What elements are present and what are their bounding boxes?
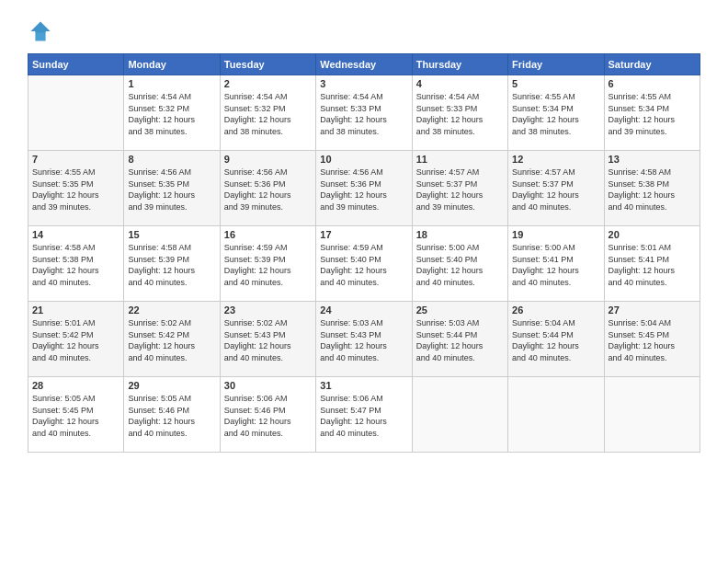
calendar-cell: 12Sunrise: 4:57 AM Sunset: 5:37 PM Dayli… [508, 151, 604, 226]
day-info: Sunrise: 4:58 AM Sunset: 5:39 PM Dayligh… [128, 242, 215, 288]
calendar-cell: 27Sunrise: 5:04 AM Sunset: 5:45 PM Dayli… [604, 302, 700, 377]
day-info: Sunrise: 4:59 AM Sunset: 5:40 PM Dayligh… [320, 242, 407, 288]
calendar-cell: 11Sunrise: 4:57 AM Sunset: 5:37 PM Dayli… [412, 151, 507, 226]
day-number: 10 [320, 154, 407, 165]
day-info: Sunrise: 4:54 AM Sunset: 5:32 PM Dayligh… [128, 91, 215, 137]
calendar-cell: 25Sunrise: 5:03 AM Sunset: 5:44 PM Dayli… [412, 302, 507, 377]
day-info: Sunrise: 4:58 AM Sunset: 5:38 PM Dayligh… [32, 242, 119, 288]
calendar-week-row: 7Sunrise: 4:55 AM Sunset: 5:35 PM Daylig… [28, 151, 700, 226]
day-info: Sunrise: 4:59 AM Sunset: 5:39 PM Dayligh… [224, 242, 312, 288]
day-number: 5 [512, 78, 599, 89]
day-number: 6 [609, 78, 696, 89]
calendar-cell: 29Sunrise: 5:05 AM Sunset: 5:46 PM Dayli… [124, 377, 220, 453]
calendar-cell: 16Sunrise: 4:59 AM Sunset: 5:39 PM Dayli… [220, 226, 315, 302]
day-number: 27 [609, 304, 696, 316]
calendar-week-row: 21Sunrise: 5:01 AM Sunset: 5:42 PM Dayli… [28, 302, 700, 377]
calendar-cell: 19Sunrise: 5:00 AM Sunset: 5:41 PM Dayli… [508, 226, 604, 302]
calendar-cell [508, 377, 604, 453]
calendar-cell: 28Sunrise: 5:05 AM Sunset: 5:45 PM Dayli… [28, 377, 124, 453]
day-number: 29 [128, 380, 215, 391]
day-info: Sunrise: 4:55 AM Sunset: 5:35 PM Dayligh… [32, 167, 119, 213]
calendar-header-saturday: Saturday [604, 54, 700, 75]
calendar-cell: 10Sunrise: 4:56 AM Sunset: 5:36 PM Dayli… [316, 151, 412, 226]
calendar-cell: 18Sunrise: 5:00 AM Sunset: 5:40 PM Dayli… [412, 226, 507, 302]
day-number: 8 [128, 154, 215, 165]
calendar-cell: 8Sunrise: 4:56 AM Sunset: 5:35 PM Daylig… [124, 151, 220, 226]
day-number: 28 [32, 380, 119, 391]
calendar-cell: 24Sunrise: 5:03 AM Sunset: 5:43 PM Dayli… [316, 302, 412, 377]
day-number: 22 [128, 304, 215, 316]
calendar-cell: 9Sunrise: 4:56 AM Sunset: 5:36 PM Daylig… [220, 151, 315, 226]
day-info: Sunrise: 5:06 AM Sunset: 5:47 PM Dayligh… [320, 393, 407, 439]
calendar-cell [604, 377, 700, 453]
calendar-cell: 6Sunrise: 4:55 AM Sunset: 5:34 PM Daylig… [604, 75, 700, 151]
calendar-cell: 13Sunrise: 4:58 AM Sunset: 5:38 PM Dayli… [604, 151, 700, 226]
calendar-header-row: SundayMondayTuesdayWednesdayThursdayFrid… [28, 54, 700, 75]
day-info: Sunrise: 5:03 AM Sunset: 5:43 PM Dayligh… [320, 317, 407, 363]
day-number: 14 [32, 229, 119, 240]
day-number: 17 [320, 229, 407, 240]
svg-marker-1 [31, 22, 51, 33]
day-info: Sunrise: 4:56 AM Sunset: 5:36 PM Dayligh… [320, 167, 407, 213]
day-info: Sunrise: 5:03 AM Sunset: 5:44 PM Dayligh… [416, 317, 504, 363]
day-number: 20 [609, 229, 696, 240]
header [28, 18, 700, 44]
day-number: 4 [416, 78, 504, 89]
day-number: 30 [224, 380, 312, 391]
calendar-cell [412, 377, 507, 453]
day-info: Sunrise: 5:00 AM Sunset: 5:41 PM Dayligh… [512, 242, 599, 288]
day-number: 21 [32, 304, 119, 316]
day-number: 25 [416, 304, 504, 316]
day-info: Sunrise: 4:54 AM Sunset: 5:32 PM Dayligh… [224, 91, 312, 137]
day-info: Sunrise: 4:57 AM Sunset: 5:37 PM Dayligh… [416, 167, 504, 213]
day-number: 26 [512, 304, 599, 316]
calendar-cell: 30Sunrise: 5:06 AM Sunset: 5:46 PM Dayli… [220, 377, 315, 453]
calendar-header-tuesday: Tuesday [220, 54, 315, 75]
day-number: 1 [128, 78, 215, 89]
calendar-cell: 21Sunrise: 5:01 AM Sunset: 5:42 PM Dayli… [28, 302, 124, 377]
calendar-cell: 15Sunrise: 4:58 AM Sunset: 5:39 PM Dayli… [124, 226, 220, 302]
calendar-cell: 23Sunrise: 5:02 AM Sunset: 5:43 PM Dayli… [220, 302, 315, 377]
logo [28, 18, 55, 44]
calendar-cell: 14Sunrise: 4:58 AM Sunset: 5:38 PM Dayli… [28, 226, 124, 302]
day-info: Sunrise: 5:01 AM Sunset: 5:42 PM Dayligh… [32, 317, 119, 363]
day-number: 12 [512, 154, 599, 165]
calendar-week-row: 14Sunrise: 4:58 AM Sunset: 5:38 PM Dayli… [28, 226, 700, 302]
calendar-cell: 4Sunrise: 4:54 AM Sunset: 5:33 PM Daylig… [412, 75, 507, 151]
calendar-cell: 5Sunrise: 4:55 AM Sunset: 5:34 PM Daylig… [508, 75, 604, 151]
day-number: 11 [416, 154, 504, 165]
day-number: 18 [416, 229, 504, 240]
day-info: Sunrise: 5:02 AM Sunset: 5:42 PM Dayligh… [128, 317, 215, 363]
calendar-week-row: 28Sunrise: 5:05 AM Sunset: 5:45 PM Dayli… [28, 377, 700, 453]
calendar-cell: 3Sunrise: 4:54 AM Sunset: 5:33 PM Daylig… [316, 75, 412, 151]
day-number: 23 [224, 304, 312, 316]
calendar-cell: 20Sunrise: 5:01 AM Sunset: 5:41 PM Dayli… [604, 226, 700, 302]
day-info: Sunrise: 5:02 AM Sunset: 5:43 PM Dayligh… [224, 317, 312, 363]
day-number: 15 [128, 229, 215, 240]
day-number: 7 [32, 154, 119, 165]
day-info: Sunrise: 4:55 AM Sunset: 5:34 PM Dayligh… [512, 91, 599, 137]
calendar-cell: 31Sunrise: 5:06 AM Sunset: 5:47 PM Dayli… [316, 377, 412, 453]
day-info: Sunrise: 5:04 AM Sunset: 5:44 PM Dayligh… [512, 317, 599, 363]
page: SundayMondayTuesdayWednesdayThursdayFrid… [0, 0, 728, 563]
day-info: Sunrise: 4:54 AM Sunset: 5:33 PM Dayligh… [416, 91, 504, 137]
calendar-header-sunday: Sunday [28, 54, 124, 75]
day-number: 3 [320, 78, 407, 89]
calendar: SundayMondayTuesdayWednesdayThursdayFrid… [28, 53, 700, 453]
day-info: Sunrise: 4:58 AM Sunset: 5:38 PM Dayligh… [609, 167, 696, 213]
day-number: 13 [609, 154, 696, 165]
day-number: 31 [320, 380, 407, 391]
calendar-header-thursday: Thursday [412, 54, 507, 75]
calendar-cell: 26Sunrise: 5:04 AM Sunset: 5:44 PM Dayli… [508, 302, 604, 377]
calendar-cell: 7Sunrise: 4:55 AM Sunset: 5:35 PM Daylig… [28, 151, 124, 226]
day-number: 16 [224, 229, 312, 240]
day-number: 24 [320, 304, 407, 316]
day-info: Sunrise: 4:55 AM Sunset: 5:34 PM Dayligh… [609, 91, 696, 137]
calendar-cell [28, 75, 124, 151]
day-info: Sunrise: 5:06 AM Sunset: 5:46 PM Dayligh… [224, 393, 312, 439]
day-info: Sunrise: 5:00 AM Sunset: 5:40 PM Dayligh… [416, 242, 504, 288]
day-number: 2 [224, 78, 312, 89]
calendar-header-friday: Friday [508, 54, 604, 75]
calendar-cell: 2Sunrise: 4:54 AM Sunset: 5:32 PM Daylig… [220, 75, 315, 151]
day-info: Sunrise: 5:05 AM Sunset: 5:45 PM Dayligh… [32, 393, 119, 439]
